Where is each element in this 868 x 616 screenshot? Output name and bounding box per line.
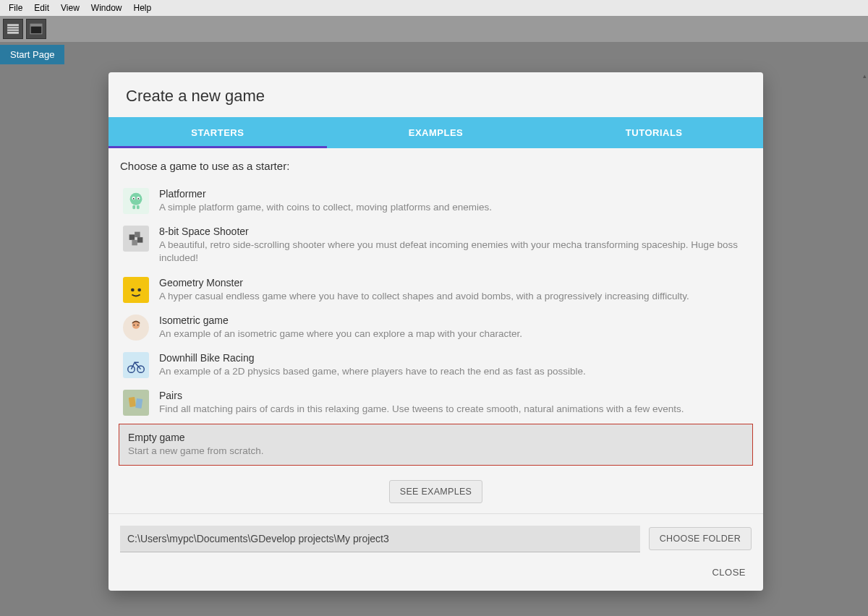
- dialog-body: Choose a game to use as a starter: Platf…: [109, 148, 763, 473]
- svg-rect-13: [129, 235, 135, 241]
- svg-rect-12: [137, 205, 140, 210]
- starter-item-desc: Find all matching pairs of cards in this…: [159, 403, 749, 416]
- starter-list: Platformer A simple platform game, with …: [120, 182, 752, 467]
- starter-geometry[interactable]: Geometry Monster A hyper casual endless …: [120, 271, 752, 309]
- subtitle: Choose a game to use as a starter:: [120, 160, 752, 172]
- svg-rect-5: [30, 24, 42, 26]
- choose-folder-button[interactable]: CHOOSE FOLDER: [649, 527, 752, 550]
- tab-row: Start Page: [0, 42, 868, 64]
- dialog-title: Create a new game: [109, 72, 763, 117]
- toolbar: [0, 16, 868, 42]
- svg-point-18: [137, 288, 141, 291]
- menu-edit[interactable]: Edit: [28, 1, 55, 14]
- starter-item-desc: A hyper casual endless game where you ha…: [159, 290, 749, 303]
- tab-examples[interactable]: EXAMPLES: [327, 117, 545, 148]
- bike-icon: [123, 352, 149, 378]
- tab-starters[interactable]: STARTERS: [109, 117, 327, 148]
- menubar: File Edit View Window Help: [0, 0, 868, 16]
- starter-item-desc: Start a new game from scratch.: [128, 445, 744, 458]
- menu-window[interactable]: Window: [85, 1, 128, 14]
- starter-shooter[interactable]: 8-bit Space Shooter A beautiful, retro s…: [120, 220, 752, 270]
- svg-point-9: [133, 198, 135, 200]
- svg-point-10: [137, 198, 139, 200]
- starter-item-desc: An example of an isometric game where yo…: [159, 328, 749, 341]
- shooter-icon: [123, 226, 149, 252]
- svg-rect-14: [135, 232, 140, 238]
- tab-start-page[interactable]: Start Page: [0, 45, 64, 64]
- isometric-icon: [123, 315, 149, 341]
- svg-point-21: [137, 325, 139, 326]
- starter-item-title: Pairs: [159, 390, 749, 401]
- svg-point-17: [131, 288, 135, 291]
- svg-rect-24: [129, 397, 136, 407]
- dialog-footer: CLOSE: [109, 558, 763, 591]
- starter-item-title: Platformer: [159, 188, 749, 200]
- pairs-icon: [123, 390, 149, 416]
- svg-point-20: [134, 325, 135, 326]
- menu-file[interactable]: File: [3, 1, 28, 14]
- dialog-tabs: STARTERS EXAMPLES TUTORIALS: [109, 117, 763, 148]
- starter-item-desc: A simple platform game, with coins to co…: [159, 201, 749, 214]
- starter-bike[interactable]: Downhill Bike Racing An example of a 2D …: [120, 346, 752, 384]
- scroll-up-icon[interactable]: ▴: [863, 72, 867, 80]
- platformer-icon: [123, 188, 149, 214]
- geometry-icon: [123, 277, 149, 303]
- toolbar-icon-project[interactable]: [3, 19, 23, 39]
- svg-rect-15: [137, 237, 143, 243]
- see-examples-button[interactable]: SEE EXAMPLES: [389, 480, 482, 503]
- starter-item-title: Downhill Bike Racing: [159, 352, 749, 364]
- starter-isometric[interactable]: Isometric game An example of an isometri…: [120, 309, 752, 346]
- svg-point-6: [130, 193, 142, 205]
- starter-item-title: Geometry Monster: [159, 277, 749, 288]
- create-game-dialog: Create a new game STARTERS EXAMPLES TUTO…: [109, 72, 763, 591]
- svg-rect-11: [132, 205, 135, 210]
- see-examples-row: SEE EXAMPLES: [109, 473, 763, 514]
- menu-view[interactable]: View: [55, 1, 85, 14]
- project-path-input[interactable]: [120, 526, 640, 552]
- starter-item-title: Empty game: [128, 432, 744, 443]
- tab-tutorials[interactable]: TUTORIALS: [545, 117, 763, 148]
- starter-platformer[interactable]: Platformer A simple platform game, with …: [120, 182, 752, 220]
- starter-item-desc: An example of a 2D physics based game, w…: [159, 365, 749, 378]
- close-button[interactable]: CLOSE: [712, 567, 746, 578]
- svg-rect-25: [135, 398, 142, 408]
- toolbar-icon-window[interactable]: [26, 19, 46, 39]
- starter-empty-game[interactable]: Empty game Start a new game from scratch…: [119, 424, 753, 466]
- starter-item-desc: A beautiful, retro side-scrolling shoote…: [159, 239, 749, 265]
- starter-item-title: Isometric game: [159, 315, 749, 326]
- svg-rect-16: [132, 240, 137, 246]
- menu-help[interactable]: Help: [128, 1, 158, 14]
- starter-item-title: 8-bit Space Shooter: [159, 226, 749, 237]
- path-row: CHOOSE FOLDER: [109, 514, 763, 558]
- starter-pairs[interactable]: Pairs Find all matching pairs of cards i…: [120, 384, 752, 422]
